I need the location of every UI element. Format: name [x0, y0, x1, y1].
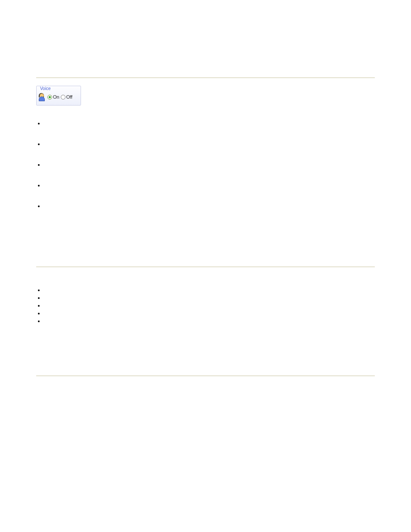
list-item: [44, 318, 375, 324]
radio-icon: [61, 95, 65, 100]
list-item: [44, 310, 375, 316]
list-item: [44, 182, 375, 188]
list-item: [44, 162, 375, 168]
horizontal-rule: [36, 376, 375, 376]
radio-icon: [47, 95, 52, 100]
voice-off-label: Off: [66, 94, 72, 100]
bullet-list-1: [36, 120, 375, 209]
horizontal-rule: [36, 78, 375, 78]
voice-controls-row: On Off: [38, 93, 72, 101]
list-item: [44, 302, 375, 308]
voice-off-radio[interactable]: Off: [61, 94, 72, 100]
bullet-list-2: [36, 287, 375, 324]
voice-on-label: On: [53, 94, 59, 100]
list-item: [44, 295, 375, 301]
list-item: [44, 287, 375, 293]
list-item: [44, 120, 375, 126]
list-item: [44, 203, 375, 209]
voice-on-radio[interactable]: On: [47, 94, 59, 100]
voice-panel: Voice On Off: [36, 86, 81, 106]
horizontal-rule: [36, 267, 375, 267]
headset-person-icon: [38, 93, 46, 101]
list-item: [44, 141, 375, 147]
voice-legend: Voice: [39, 86, 51, 91]
document-page: Voice On Off: [0, 0, 411, 532]
